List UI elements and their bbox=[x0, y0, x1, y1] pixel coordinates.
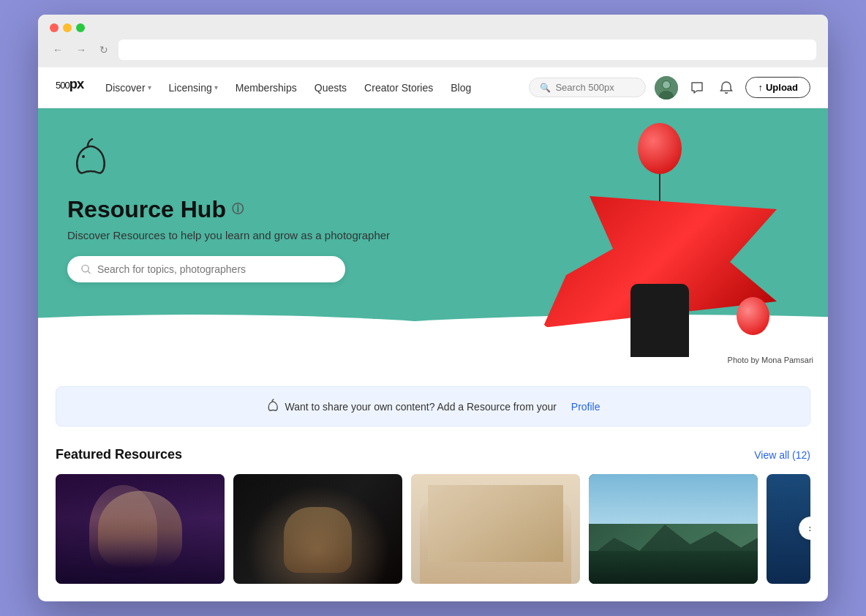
hero-search-input[interactable] bbox=[97, 263, 332, 275]
nav-right: 🔍 bbox=[529, 76, 810, 99]
messages-button[interactable] bbox=[687, 78, 707, 98]
card-water bbox=[589, 551, 758, 584]
resource-card[interactable] bbox=[233, 474, 402, 584]
banner-profile-link[interactable]: Profile bbox=[571, 401, 600, 413]
hero-decorative-photo bbox=[535, 123, 784, 357]
resource-card[interactable] bbox=[56, 474, 225, 584]
nav-creator-stories[interactable]: Creator Stories bbox=[357, 78, 440, 98]
info-icon[interactable]: ⓘ bbox=[232, 202, 244, 217]
banner-text: Want to share your own content? Add a Re… bbox=[285, 401, 556, 413]
nav-memberships[interactable]: Memberships bbox=[228, 78, 304, 98]
site-nav: 500px Discover ▾ Licensing ▾ Memberships… bbox=[38, 67, 828, 108]
nav-discover[interactable]: Discover ▾ bbox=[98, 78, 158, 98]
featured-section: Featured Resources View all (12) bbox=[38, 441, 828, 601]
nav-links: Discover ▾ Licensing ▾ Memberships Quest… bbox=[98, 78, 529, 98]
card-sky bbox=[589, 474, 758, 524]
card-figure bbox=[98, 491, 183, 568]
browser-dots bbox=[50, 23, 816, 32]
hero-content: Resource Hub ⓘ Discover Resources to hel… bbox=[67, 138, 418, 282]
nav-blog[interactable]: Blog bbox=[443, 78, 478, 98]
address-bar[interactable]: 500px.com/editors/resource-hub bbox=[118, 40, 816, 60]
upload-button[interactable]: ↑ Upload bbox=[745, 77, 810, 98]
apple-icon bbox=[67, 138, 418, 184]
search-input[interactable] bbox=[555, 82, 635, 93]
photo-credit: Photo by Mona Pamsari bbox=[728, 356, 813, 364]
browser-window: ← → ↻ 500px.com/editors/resource-hub 500… bbox=[38, 15, 828, 601]
avatar[interactable] bbox=[655, 76, 678, 99]
hero-subtitle: Discover Resources to help you learn and… bbox=[67, 229, 418, 241]
search-icon: 🔍 bbox=[540, 83, 551, 93]
resource-banner: Want to share your own content? Add a Re… bbox=[56, 386, 810, 427]
body-silhouette bbox=[630, 284, 689, 357]
minimize-dot[interactable] bbox=[63, 23, 72, 32]
back-button[interactable]: ← bbox=[50, 42, 66, 57]
maximize-dot[interactable] bbox=[76, 23, 85, 32]
hero-section: Resource Hub ⓘ Discover Resources to hel… bbox=[38, 108, 828, 372]
nav-licensing[interactable]: Licensing ▾ bbox=[162, 78, 225, 98]
notifications-button[interactable] bbox=[716, 78, 737, 98]
refresh-button[interactable]: ↻ bbox=[97, 42, 111, 57]
svg-point-4 bbox=[82, 155, 85, 158]
search-icon bbox=[80, 263, 91, 275]
featured-header: Featured Resources View all (12) bbox=[56, 447, 810, 462]
chevron-down-icon: ▾ bbox=[214, 83, 218, 91]
browser-chrome: ← → ↻ 500px.com/editors/resource-hub bbox=[38, 15, 828, 67]
nav-search[interactable]: 🔍 bbox=[529, 78, 646, 97]
small-balloon bbox=[737, 297, 769, 335]
hero-search[interactable] bbox=[67, 256, 345, 282]
upload-arrow-icon: ↑ bbox=[758, 82, 763, 93]
chevron-down-icon: ▾ bbox=[148, 83, 151, 91]
view-all-link[interactable]: View all (12) bbox=[754, 449, 810, 461]
resource-card[interactable] bbox=[411, 474, 580, 584]
browser-toolbar: ← → ↻ 500px.com/editors/resource-hub bbox=[50, 40, 816, 67]
resource-card[interactable] bbox=[589, 474, 758, 584]
card-figure2 bbox=[284, 507, 351, 573]
card-people bbox=[428, 485, 563, 562]
site-logo[interactable]: 500px bbox=[56, 76, 83, 99]
close-dot[interactable] bbox=[50, 23, 59, 32]
hero-title: Resource Hub ⓘ bbox=[67, 196, 418, 223]
nav-quests[interactable]: Quests bbox=[307, 78, 354, 98]
apple-icon-sm bbox=[266, 399, 279, 414]
featured-title: Featured Resources bbox=[56, 447, 182, 462]
resource-cards: › bbox=[56, 474, 810, 584]
svg-point-3 bbox=[663, 81, 670, 89]
forward-button[interactable]: → bbox=[73, 42, 89, 57]
balloon-decoration bbox=[638, 123, 682, 174]
